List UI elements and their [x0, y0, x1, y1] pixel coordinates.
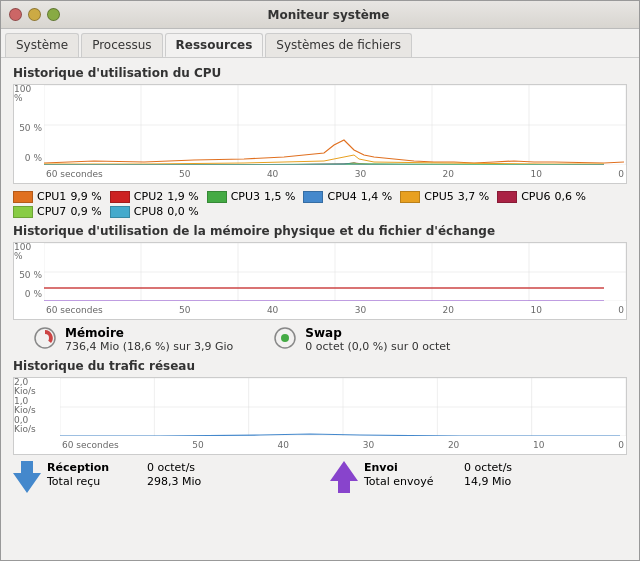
- tab-bar: Système Processus Ressources Systèmes de…: [1, 29, 639, 58]
- svg-marker-34: [13, 461, 41, 493]
- memory-icon: [33, 326, 57, 350]
- cpu8-legend: CPU8 0,0 %: [110, 205, 199, 218]
- cpu-legend: CPU1 9,9 % CPU2 1,9 % CPU3 1,5 % CPU4 1,…: [13, 186, 627, 220]
- maximize-button[interactable]: [47, 8, 60, 21]
- net-x-labels: 60 secondes 50 40 30 20 10 0: [60, 436, 626, 454]
- cpu2-color: [110, 191, 130, 203]
- network-chart-container: 2,0 Kio/s 1,0 Kio/s 0,0 Kio/s: [13, 377, 627, 455]
- cpu-chart-svg: [44, 85, 626, 165]
- network-legend: Réception 0 octet/s Total reçu 298,3 Mio: [13, 457, 627, 495]
- cpu7-color: [13, 206, 33, 218]
- memory-legend: Mémoire 736,4 Mio (18,6 %) sur 3,9 Gio S…: [13, 322, 627, 355]
- mem-item-swap: Swap 0 octet (0,0 %) sur 0 octet: [273, 326, 450, 353]
- memory-section: Historique d'utilisation de la mémoire p…: [13, 224, 627, 355]
- content-area: Historique d'utilisation du CPU 100 % 50…: [1, 58, 639, 560]
- cpu4-color: [303, 191, 323, 203]
- envoi-icon: [330, 461, 358, 493]
- reception-icon: [13, 461, 41, 493]
- cpu-x-labels: 60 secondes 50 40 30 20 10 0: [44, 165, 626, 183]
- cpu3-color: [207, 191, 227, 203]
- memory-title: Historique d'utilisation de la mémoire p…: [13, 224, 627, 238]
- cpu6-legend: CPU6 0,6 %: [497, 190, 586, 203]
- tab-processus[interactable]: Processus: [81, 33, 162, 57]
- close-button[interactable]: [9, 8, 22, 21]
- net-y-labels: 2,0 Kio/s 1,0 Kio/s 0,0 Kio/s: [14, 378, 44, 434]
- mem-x-labels: 60 secondes 50 40 30 20 10 0: [44, 301, 626, 319]
- svg-marker-35: [330, 461, 358, 493]
- memory-chart-svg: [44, 243, 626, 301]
- network-section: Historique du trafic réseau 2,0 Kio/s 1,…: [13, 359, 627, 495]
- cpu3-legend: CPU3 1,5 %: [207, 190, 296, 203]
- network-chart-svg: [60, 378, 626, 436]
- cpu-title: Historique d'utilisation du CPU: [13, 66, 627, 80]
- mem-y-labels: 100 % 50 % 0 %: [14, 243, 44, 299]
- tab-fichiers[interactable]: Systèmes de fichiers: [265, 33, 412, 57]
- cpu4-legend: CPU4 1,4 %: [303, 190, 392, 203]
- cpu-chart-container: 100 % 50 % 0 %: [13, 84, 627, 184]
- swap-icon: [273, 326, 297, 350]
- window-title: Moniteur système: [66, 8, 591, 22]
- net-item-reception: Réception 0 octet/s Total reçu 298,3 Mio: [13, 461, 310, 493]
- network-title: Historique du trafic réseau: [13, 359, 627, 373]
- svg-point-21: [41, 334, 49, 342]
- net-item-envoi: Envoi 0 octet/s Total envoyé 14,9 Mio: [330, 461, 627, 493]
- cpu5-color: [400, 191, 420, 203]
- cpu2-legend: CPU2 1,9 %: [110, 190, 199, 203]
- tab-ressources[interactable]: Ressources: [165, 33, 264, 57]
- titlebar: Moniteur système: [1, 1, 639, 29]
- cpu1-color: [13, 191, 33, 203]
- cpu1-legend: CPU1 9,9 %: [13, 190, 102, 203]
- cpu8-color: [110, 206, 130, 218]
- memory-chart-container: 100 % 50 % 0 %: [13, 242, 627, 320]
- cpu-section: Historique d'utilisation du CPU 100 % 50…: [13, 66, 627, 220]
- cpu5-legend: CPU5 3,7 %: [400, 190, 489, 203]
- minimize-button[interactable]: [28, 8, 41, 21]
- tab-systeme[interactable]: Système: [5, 33, 79, 57]
- mem-item-memory: Mémoire 736,4 Mio (18,6 %) sur 3,9 Gio: [33, 326, 233, 353]
- cpu7-legend: CPU7 0,9 %: [13, 205, 102, 218]
- cpu6-color: [497, 191, 517, 203]
- main-window: Moniteur système Système Processus Resso…: [0, 0, 640, 561]
- svg-point-23: [281, 334, 289, 342]
- cpu-y-labels: 100 % 50 % 0 %: [14, 85, 44, 163]
